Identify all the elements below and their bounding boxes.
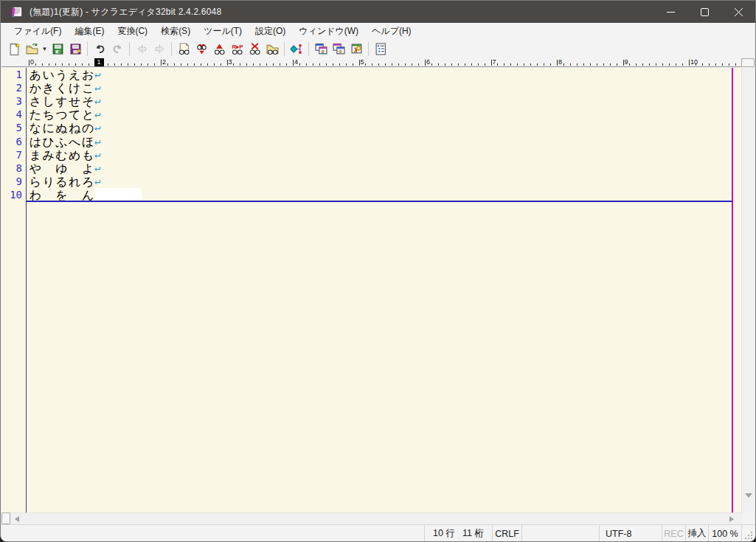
ruler-tick — [610, 63, 611, 66]
save-as-button[interactable] — [66, 41, 84, 57]
menu-settings[interactable]: 設定(O) — [249, 23, 292, 40]
menu-convert[interactable]: 変換(C) — [111, 23, 154, 40]
ruler-tick — [465, 63, 465, 66]
ruler-tick — [273, 63, 274, 66]
scroll-down-icon[interactable] — [744, 492, 753, 499]
eol-mark-icon: ↵ — [94, 175, 105, 188]
ruler-tick — [167, 63, 168, 66]
ruler-tick — [398, 63, 399, 66]
menu-edit[interactable]: 編集(E) — [68, 23, 111, 40]
jump-back-button[interactable] — [133, 41, 150, 57]
editor-line-8[interactable]: 8やゆよ↵ — [1, 161, 743, 175]
editor-line-5[interactable]: 5なにぬねの↵ — [1, 121, 743, 134]
save-button[interactable] — [49, 41, 66, 57]
ruler-tick — [497, 63, 498, 66]
editor-line-7[interactable]: 7まみむめも↵ — [1, 148, 743, 161]
vertical-scrollbar[interactable] — [741, 58, 755, 513]
ruler-tick — [662, 63, 663, 66]
title-bar: (無題)1(更新) - サクラエディタ32bit 2.4.2.6048 — [1, 1, 755, 23]
ruler-tick — [682, 63, 683, 66]
ruler-tick — [405, 63, 406, 66]
ruler-tick — [141, 63, 142, 66]
open-file-dropdown-icon[interactable]: ▼ — [41, 41, 49, 57]
ruler-tick — [69, 63, 69, 66]
line-text: たちつてと↵ — [29, 108, 105, 121]
ruler-tick — [187, 63, 188, 66]
ruler-tick — [570, 63, 571, 66]
cursor-position: 10 行 11 桁 — [424, 525, 492, 542]
ruler-tick — [517, 63, 518, 66]
type-settings-icon — [350, 43, 363, 55]
replace-button[interactable]: R▸P — [228, 41, 246, 57]
ruler-tick — [445, 63, 445, 66]
ruler-tick — [333, 63, 333, 66]
text-editor-area[interactable]: 1あいうえお↵2かきくけこ↵3さしすせそ↵4たちつてと↵5なにぬねの↵6はひふへ… — [1, 68, 743, 513]
ruler-tick — [709, 63, 710, 66]
resize-grip[interactable] — [742, 525, 756, 542]
ruler-label: 4 — [294, 58, 298, 66]
scroll-left-icon[interactable] — [13, 515, 21, 523]
menu-bar: ファイル(F)編集(E)変換(C)検索(S)ツール(T)設定(O)ウィンドウ(W… — [1, 23, 756, 39]
menu-window[interactable]: ウィンドウ(W) — [292, 23, 365, 40]
editor-line-6[interactable]: 6はひふへほ↵ — [1, 135, 743, 148]
line-number: 9 — [1, 175, 22, 188]
menu-help[interactable]: ヘルプ(H) — [365, 23, 418, 40]
toolbar-separator — [284, 42, 285, 56]
ruler-tick — [233, 63, 234, 66]
find-next-icon — [195, 43, 208, 55]
scroll-right-icon[interactable] — [728, 515, 735, 523]
save-icon — [52, 43, 64, 55]
ruler-tick — [378, 63, 379, 66]
ruler-tick — [485, 63, 485, 66]
horizontal-split-box[interactable] — [1, 513, 10, 524]
find-next-button[interactable] — [193, 41, 210, 57]
caret-highlight-box — [95, 188, 142, 200]
menu-file[interactable]: ファイル(F) — [7, 23, 68, 40]
redo-button[interactable] — [108, 41, 126, 57]
ruler-tick — [478, 63, 479, 66]
maximize-button[interactable] — [687, 1, 721, 23]
jump-forward-icon — [153, 43, 166, 55]
analyze-button[interactable] — [288, 41, 305, 57]
clear-search-button[interactable] — [246, 41, 263, 57]
close-button[interactable] — [721, 1, 755, 23]
ruler-tick — [504, 63, 504, 66]
ruler-tick — [438, 63, 439, 66]
find-button[interactable] — [175, 41, 193, 57]
jump-forward-button[interactable] — [150, 41, 168, 57]
menu-tool[interactable]: ツール(T) — [197, 23, 249, 40]
editor-line-2[interactable]: 2かきくけこ↵ — [1, 81, 743, 94]
common-settings-button[interactable] — [330, 41, 347, 57]
open-file-button[interactable] — [23, 41, 41, 57]
ruler-tick — [253, 63, 254, 66]
ruler-tick — [62, 63, 63, 66]
editor-line-1[interactable]: 1あいうえお↵ — [1, 68, 743, 81]
ruler-tick — [722, 63, 723, 66]
type-settings-list-icon — [315, 43, 327, 55]
type-settings-button[interactable] — [347, 41, 365, 57]
clear-search-icon — [249, 43, 261, 55]
editor-line-3[interactable]: 3さしすせそ↵ — [1, 94, 743, 108]
undo-button[interactable] — [91, 41, 108, 57]
minimize-button[interactable] — [653, 1, 687, 23]
ruler-tick — [260, 63, 260, 66]
new-file-button[interactable] — [5, 41, 23, 57]
ruler-tick — [392, 63, 392, 66]
ruler-tick — [715, 63, 716, 66]
editor-line-4[interactable]: 4たちつてと↵ — [1, 108, 743, 121]
ruler-tick — [425, 60, 426, 66]
find-prev-button[interactable] — [210, 41, 228, 57]
ruler-tick — [240, 63, 240, 66]
encoding-indicator: UTF-8 — [599, 525, 662, 542]
ruler-tick — [29, 60, 30, 66]
grep-button[interactable] — [263, 41, 281, 57]
ruler-tick — [121, 63, 122, 66]
type-settings-list-button[interactable] — [312, 41, 330, 57]
menu-search[interactable]: 検索(S) — [154, 23, 197, 40]
vertical-split-box[interactable] — [741, 58, 755, 67]
horizontal-scrollbar[interactable] — [10, 513, 743, 524]
outline-button[interactable] — [372, 41, 389, 57]
ruler-label: 6 — [426, 58, 430, 66]
ruler-tick — [365, 63, 366, 66]
editor-line-9[interactable]: 9らりるれろ↵ — [1, 175, 743, 188]
